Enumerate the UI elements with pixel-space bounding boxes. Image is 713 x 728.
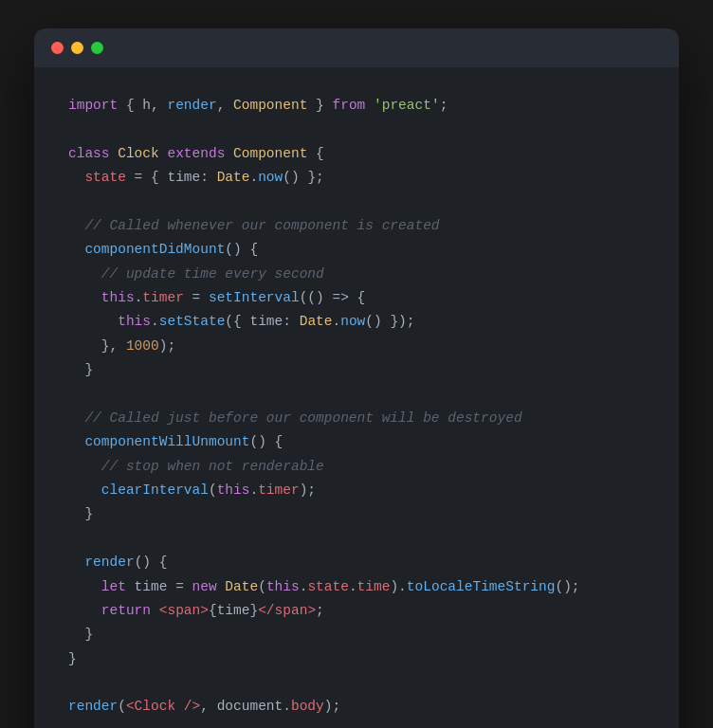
outer-container: import { h, render, Component } from 'pr… [0,0,713,728]
title-bar [34,28,679,67]
code-line-4: state = { time: Date.now() }; [68,166,645,190]
code-line-6: // Called whenever our component is crea… [68,214,645,238]
code-line-24: } [68,647,645,671]
code-line-15: componentWillUnmount() { [68,430,645,454]
code-line-16: // stop when not renderable [68,455,645,479]
code-line-12: } [68,358,645,382]
code-line-1: import { h, render, Component } from 'pr… [68,94,645,118]
code-line-3: class Clock extends Component { [68,142,645,166]
code-line-23: } [68,623,645,646]
code-line-9: this.timer = setInterval(() => { [68,286,645,310]
code-line-2 [68,118,645,141]
dot-red[interactable] [51,42,64,54]
code-window: import { h, render, Component } from 'pr… [34,28,679,728]
code-line-25 [68,671,645,695]
code-line-21: let time = new Date(this.state.time).toL… [68,575,645,599]
code-line-14: // Called just before our component will… [68,407,645,430]
code-line-26: render(<Clock />, document.body); [68,695,645,719]
code-line-7: componentDidMount() { [68,238,645,262]
code-line-18: } [68,502,645,526]
dot-green[interactable] [91,42,103,54]
code-line-10: this.setState({ time: Date.now() }); [68,310,645,334]
code-line-17: clearInterval(this.timer); [68,479,645,502]
code-line-13 [68,383,645,407]
dot-yellow[interactable] [71,42,83,54]
code-line-8: // update time every second [68,263,645,286]
code-line-20: render() { [68,551,645,574]
code-line-5 [68,191,645,214]
code-line-22: return <span>{time}</span>; [68,599,645,623]
code-body: import { h, render, Component } from 'pr… [34,67,679,728]
code-line-11: }, 1000); [68,335,645,358]
code-line-19 [68,527,645,551]
